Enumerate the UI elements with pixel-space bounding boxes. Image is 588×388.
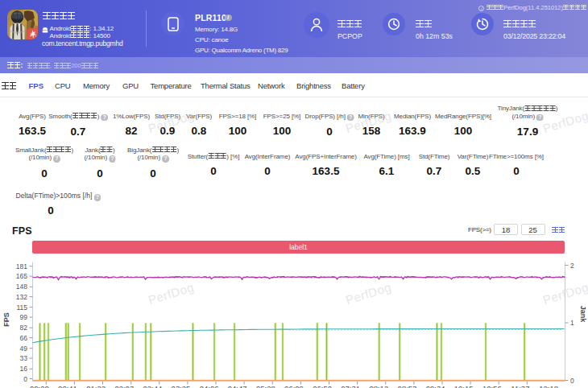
svg-text:02:44: 02:44 (143, 384, 163, 388)
svg-text:03:25: 03:25 (172, 384, 191, 388)
svg-text:07:31: 07:31 (341, 384, 360, 388)
svg-text:09:34: 09:34 (426, 384, 445, 388)
svg-text:132: 132 (16, 293, 27, 301)
svg-text:82: 82 (20, 324, 28, 332)
svg-text:33: 33 (20, 354, 28, 362)
svg-text:08:12: 08:12 (369, 384, 388, 388)
svg-text:115: 115 (16, 303, 27, 312)
svg-text:06:09: 06:09 (284, 384, 304, 388)
svg-text:08:53: 08:53 (398, 384, 417, 388)
svg-text:02:03: 02:03 (114, 384, 134, 388)
svg-text:10:56: 10:56 (482, 384, 502, 388)
svg-text:16: 16 (20, 365, 28, 373)
svg-text:148: 148 (16, 283, 27, 291)
svg-text:11:37: 11:37 (511, 384, 529, 388)
svg-text:FPS: FPS (2, 312, 10, 327)
svg-text:2: 2 (570, 262, 574, 270)
svg-text:05:28: 05:28 (256, 384, 275, 388)
svg-text:12:18: 12:18 (539, 384, 558, 388)
svg-text:00:00: 00:00 (30, 384, 49, 388)
svg-text:04:47: 04:47 (228, 384, 247, 388)
svg-text:165: 165 (16, 272, 27, 280)
svg-text:06:50: 06:50 (313, 384, 332, 388)
svg-text:66: 66 (20, 334, 28, 342)
svg-text:49: 49 (20, 345, 28, 353)
svg-text:0: 0 (23, 375, 27, 383)
svg-text:Jank: Jank (579, 306, 587, 324)
svg-text:1: 1 (570, 319, 574, 327)
svg-text:04:06: 04:06 (200, 384, 219, 388)
svg-text:10:15: 10:15 (454, 384, 474, 388)
svg-text:99: 99 (20, 313, 28, 321)
svg-text:0: 0 (570, 377, 574, 385)
svg-text:181: 181 (16, 262, 27, 270)
svg-text:01:22: 01:22 (86, 384, 106, 388)
svg-text:00:41: 00:41 (58, 384, 77, 388)
